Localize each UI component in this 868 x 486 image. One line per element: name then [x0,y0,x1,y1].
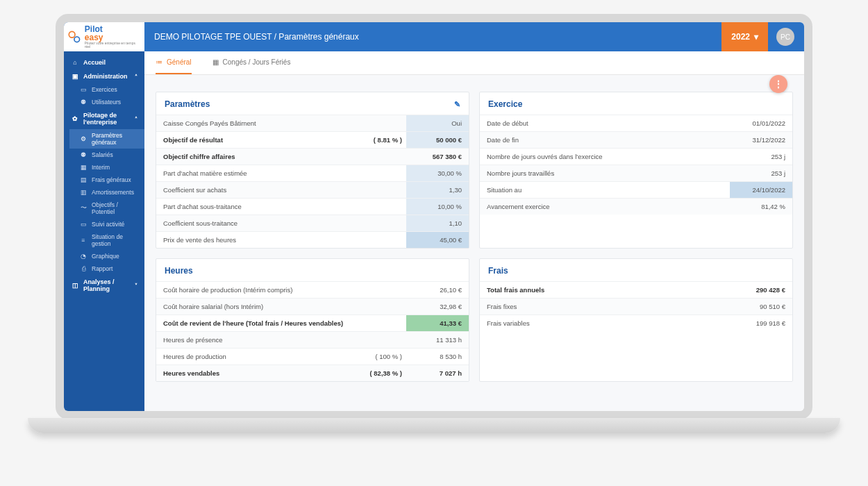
bars-icon: ≡ [79,237,87,244]
nav-pilotage[interactable]: ✿Pilotage de l'entreprise˄ [64,108,144,129]
nav-graphique[interactable]: ◔Graphique [69,250,144,262]
logo: Piloteasy Pilotez votre entreprise en te… [64,22,144,51]
nav-utilisateurs[interactable]: ⚉Utilisateurs [69,96,144,108]
pie-icon: ◔ [79,253,87,260]
nav-suivi-activite[interactable]: ▭Suivi activité [69,218,144,231]
nav-frais-generaux[interactable]: ▤Frais généraux [69,174,144,186]
gear-icon: ✿ [71,115,79,122]
briefcase-icon: ▣ [71,73,79,80]
tab-conges[interactable]: ▦Congés / Jours Fériés [212,51,291,74]
row-value: Oui [406,115,469,131]
card-exercice: Exercice Date de début01/01/2022 Date de… [479,92,793,249]
people-icon: ⚉ [79,151,87,158]
card-parametres: Paramètres✎ Caisse Congés Payés Bâtiment… [156,92,469,249]
row-label: Frais variables [480,315,730,331]
list-icon: ≔ [156,58,162,66]
tab-general[interactable]: ≔Général [156,51,192,74]
row-value: 32,98 € [406,299,469,315]
nav-label: Interim [92,164,110,171]
row-label: Part d'achat matière estimée [156,165,358,181]
settings-icon: ⚙ [79,135,87,142]
row-value: 10,00 % [406,199,469,215]
row-label: Date de fin [480,132,730,148]
row-label: Avancement exercice [480,199,730,215]
row-label: Coût horaire de production (Intérim comp… [156,282,358,298]
row-value: 41,33 € [406,315,469,331]
home-icon: ⌂ [71,59,79,66]
svg-point-1 [74,37,80,42]
cart-icon: ▤ [79,176,87,183]
nav-label: Administration [83,73,128,80]
edit-icon[interactable]: ✎ [454,100,460,109]
row-label: Coefficient sur achats [156,182,358,198]
sidebar: Piloteasy Pilotez votre entreprise en te… [64,22,144,411]
caret-down-icon: ▾ [754,32,758,42]
row-label: Coefficient sous-traitance [156,215,358,231]
chevron-up-icon: ˄ [135,116,137,122]
logo-tagline: Pilotez votre entreprise en temps réel [85,42,142,49]
card-heures: Heures Coût horaire de production (Intér… [156,258,469,382]
row-value: 253 j [730,149,792,165]
row-value: 1,10 [406,215,469,231]
table-icon: ▥ [79,189,87,196]
row-label: Total frais annuels [480,282,730,298]
row-value: 01/01/2022 [730,115,792,131]
row-label: Part d'achat sous-traitance [156,199,358,215]
row-label: Date de début [480,115,730,131]
card-title: Exercice [488,99,522,109]
row-value: 30,00 % [406,165,469,181]
nav-analyses-planning[interactable]: ◫Analyses / Planning˅ [64,275,144,296]
row-value: 90 510 € [730,299,792,315]
nav-salaries[interactable]: ⚉Salariés [69,149,144,161]
row-value: 45,00 € [406,232,469,248]
row-value: 81,42 % [730,199,792,215]
row-mid: ( 8.81 % ) [358,132,406,148]
row-label: Nombre de jours ouvrés dans l'exercice [480,149,730,165]
nav-objectifs[interactable]: 〜Objectifs / Potentiel [69,199,144,218]
calendar-icon: ▦ [79,164,87,171]
year-selector[interactable]: 2022▾ [721,22,768,51]
row-value: 11 313 h [406,332,469,348]
nav-label: Graphique [92,253,119,260]
row-label: Heures de présence [156,332,358,348]
row-mid: ( 82,38 % ) [358,365,406,381]
nav-exercices[interactable]: ▭Exercices [69,83,144,96]
row-value: 1,30 [406,182,469,198]
chevron-up-icon: ˄ [135,74,137,80]
row-label: Heures de production [156,349,358,364]
nav-label: Accueil [83,59,106,66]
nav-label: Situation de gestion [92,233,137,247]
nav-interim[interactable]: ▦Interim [69,161,144,174]
row-label: Heures vendables [156,365,358,381]
nav-accueil[interactable]: ⌂Accueil [64,56,144,69]
card-frais: Frais Total frais annuels290 428 € Frais… [479,258,793,382]
analytics-icon: ◫ [71,282,79,289]
user-avatar[interactable]: PC [776,28,794,46]
row-value: 253 j [730,165,792,181]
row-mid: ( 100 % ) [358,349,406,364]
page-title: DEMO PILOTAGE TPE OUEST / Paramètres gén… [154,32,359,42]
row-label: Nombre jours travaillés [480,165,730,181]
nav-rapport[interactable]: ⎙Rapport [69,262,144,275]
row-value: 26,10 € [406,282,469,298]
nav-label: Amortissements [92,189,134,196]
row-label: Prix de vente des heures [156,232,358,248]
row-value: 31/12/2022 [730,132,792,148]
row-value: 7 027 h [406,365,469,381]
nav-label: Paramètres généraux [92,132,137,146]
nav-amortissements[interactable]: ▥Amortissements [69,186,144,199]
row-value: 567 380 € [406,149,469,165]
nav-parametres-generaux[interactable]: ⚙Paramètres généraux [69,129,144,149]
row-label: Objectif chiffre affaires [156,149,358,165]
nav-label: Utilisateurs [92,99,121,106]
nav-administration[interactable]: ▣Administration˄ [64,69,144,83]
row-value: 290 428 € [730,282,792,298]
year-value: 2022 [731,32,750,42]
more-actions-button[interactable]: ⋮ [769,75,787,93]
card-title: Heures [165,266,193,276]
row-value: 50 000 € [406,132,469,148]
row-label: Frais fixes [480,299,730,315]
row-value: 24/10/2022 [730,182,792,198]
nav-situation-gestion[interactable]: ≡Situation de gestion [69,231,144,250]
nav-label: Salariés [92,151,113,158]
